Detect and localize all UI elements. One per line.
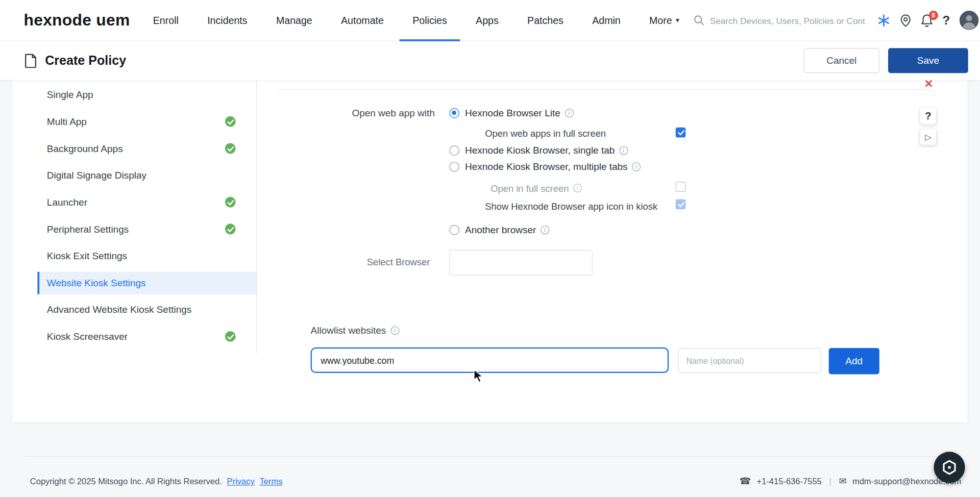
website-name-input[interactable]	[678, 348, 821, 373]
nav-patches[interactable]: Patches	[513, 0, 578, 41]
open-web-apps-fullscreen-label-row: Open web apps in full screen	[485, 128, 606, 139]
privacy-link[interactable]: Privacy	[227, 477, 255, 486]
search-input[interactable]	[710, 15, 865, 26]
nav-incidents[interactable]: Incidents	[193, 0, 262, 41]
user-avatar[interactable]	[960, 11, 979, 30]
select-browser-label-row: Select Browser	[367, 256, 430, 267]
notification-count-badge: 8	[928, 10, 938, 19]
global-search	[694, 15, 867, 26]
page-title: Create Policy	[45, 53, 126, 68]
select-browser-label: Select Browser	[367, 257, 430, 267]
copyright-text: Copyright © 2025 Mitsogo Inc. All Rights…	[30, 477, 222, 486]
cancel-button[interactable]: Cancel	[804, 48, 879, 73]
footer-divider	[25, 456, 955, 457]
website-kiosk-settings-section: × ? ▷ Open web app with Hexnode Browser …	[12, 80, 967, 423]
show-browser-icon-label-row: Show Hexnode Browser app icon in kiosk	[485, 201, 657, 212]
nav-more[interactable]: More ▾	[635, 0, 694, 41]
navbar-right-cluster: 8 ?	[694, 11, 979, 30]
allowlist-websites-label: Allowlist websites	[311, 325, 386, 336]
terms-link[interactable]: Terms	[260, 477, 283, 486]
email-icon: ✉	[839, 476, 846, 487]
allowlist-websites-label-row: Allowlist websites i	[311, 325, 399, 336]
nav-policies[interactable]: Policies	[398, 0, 461, 41]
show-browser-icon-label: Show Hexnode Browser app icon in kiosk	[485, 201, 657, 212]
help-question-icon[interactable]: ?	[942, 13, 950, 28]
app-window: hexnode uem Enroll Incidents Manage Auto…	[0, 0, 980, 497]
footer-copyright-group: Copyright © 2025 Mitsogo Inc. All Rights…	[30, 477, 283, 486]
open-in-fullscreen-label-row: Open in full screen i	[491, 183, 582, 194]
radio-kiosk-browser-single-tab[interactable]	[449, 145, 459, 156]
contact-separator: |	[829, 477, 831, 486]
location-pin-icon[interactable]	[900, 14, 911, 27]
nav-automate[interactable]: Automate	[327, 0, 398, 41]
info-icon[interactable]: i	[541, 226, 549, 234]
page-header: Create Policy Cancel Save	[0, 41, 980, 80]
phone-icon: ☎	[740, 476, 751, 487]
document-icon	[25, 54, 37, 68]
page-actions: Cancel Save	[804, 48, 968, 73]
radio-another-browser[interactable]	[449, 225, 459, 235]
walkthrough-play-icon[interactable]: ▷	[920, 129, 936, 145]
nav-enroll[interactable]: Enroll	[139, 0, 193, 41]
checkbox-show-browser-icon[interactable]	[676, 200, 686, 210]
nav-apps[interactable]: Apps	[461, 0, 513, 41]
option-kiosk-browser-multiple-tabs[interactable]: Hexnode Kiosk Browser, multiple tabs i	[449, 161, 641, 172]
notifications-bell-icon[interactable]: 8	[920, 13, 933, 27]
option-kiosk-browser-single-tab[interactable]: Hexnode Kiosk Browser, single tab i	[449, 145, 628, 156]
radio-hexnode-browser-lite[interactable]	[449, 108, 459, 118]
help-widget-icon[interactable]: ?	[920, 108, 936, 125]
info-icon[interactable]: i	[565, 109, 573, 117]
website-url-input[interactable]	[311, 347, 669, 373]
nav-admin[interactable]: Admin	[578, 0, 635, 41]
hexnode-chat-widget[interactable]	[934, 452, 965, 483]
section-top-divider	[278, 89, 932, 90]
add-website-button[interactable]: Add	[829, 348, 879, 374]
hexnode-mark-icon	[941, 459, 958, 476]
option-label: Another browser	[465, 225, 536, 236]
nav-more-label: More	[649, 15, 672, 26]
option-label: Hexnode Kiosk Browser, multiple tabs	[465, 161, 628, 172]
checkbox-open-web-apps-fullscreen[interactable]	[676, 128, 686, 138]
radio-kiosk-browser-multiple-tabs[interactable]	[449, 162, 459, 172]
option-label: Hexnode Kiosk Browser, single tab	[465, 145, 615, 156]
checkbox-open-in-fullscreen[interactable]	[676, 182, 686, 192]
search-icon	[694, 15, 704, 26]
info-icon[interactable]: i	[390, 326, 399, 335]
option-hexnode-browser-lite[interactable]: Hexnode Browser Lite i	[449, 108, 573, 119]
chevron-down-icon: ▾	[676, 16, 679, 24]
save-button[interactable]: Save	[888, 48, 968, 73]
open-web-app-with-label-row: Open web app with	[352, 108, 434, 119]
select-browser-dropdown[interactable]	[449, 250, 592, 276]
open-in-fullscreen-label: Open in full screen	[491, 183, 569, 193]
info-icon[interactable]: i	[619, 146, 628, 155]
option-another-browser[interactable]: Another browser i	[449, 225, 549, 236]
page-title-group: Create Policy	[25, 53, 126, 68]
nav-manage[interactable]: Manage	[262, 0, 327, 41]
open-web-app-with-label: Open web app with	[352, 108, 434, 119]
policy-panel: Single App Multi App Background Apps Dig…	[12, 80, 967, 423]
open-web-apps-fullscreen-label: Open web apps in full screen	[485, 128, 606, 138]
info-icon[interactable]: i	[573, 184, 582, 192]
top-navbar: hexnode uem Enroll Incidents Manage Auto…	[0, 0, 980, 41]
footer-contact-group: ☎ +1-415-636-7555 | ✉ mdm-support@hexnod…	[740, 476, 962, 487]
info-icon[interactable]: i	[632, 162, 641, 171]
primary-nav: Enroll Incidents Manage Automate Policie…	[139, 0, 694, 41]
option-label: Hexnode Browser Lite	[465, 108, 560, 119]
assistant-icon[interactable]	[877, 13, 891, 27]
support-phone[interactable]: +1-415-636-7555	[756, 477, 821, 486]
hexnode-logo[interactable]: hexnode uem	[24, 11, 130, 30]
